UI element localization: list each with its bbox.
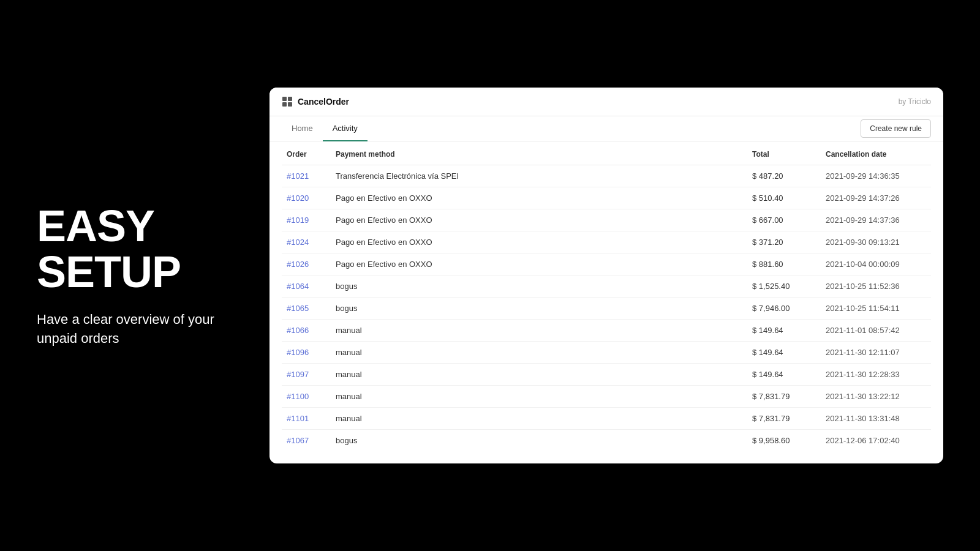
order-link[interactable]: #1100 (287, 392, 309, 401)
payment-method-cell: manual (331, 408, 747, 430)
date-cell: 2021-11-30 13:31:48 (821, 408, 931, 430)
payment-method-cell: Transferencia Electrónica vía SPEI (331, 165, 747, 187)
table-row: #1101manual$ 7,831.792021-11-30 13:31:48 (282, 408, 931, 430)
order-link[interactable]: #1097 (287, 370, 309, 379)
table-row: #1064bogus$ 1,525.402021-10-25 11:52:36 (282, 276, 931, 298)
order-link[interactable]: #1021 (287, 171, 309, 181)
total-cell: $ 7,831.79 (747, 408, 821, 430)
total-cell: $ 149.64 (747, 364, 821, 386)
payment-method-cell: manual (331, 364, 747, 386)
hero-subtitle: Have a clear overview of your unpaid ord… (37, 310, 221, 348)
date-cell: 2021-12-06 17:02:40 (821, 430, 931, 452)
create-rule-button[interactable]: Create new rule (861, 119, 931, 138)
payment-method-cell: manual (331, 386, 747, 408)
order-link[interactable]: #1066 (287, 326, 309, 335)
total-cell: $ 881.60 (747, 253, 821, 276)
total-cell: $ 487.20 (747, 165, 821, 187)
date-cell: 2021-10-25 11:54:11 (821, 298, 931, 320)
date-cell: 2021-10-04 00:00:09 (821, 253, 931, 276)
col-header-order: Order (282, 141, 331, 165)
table-row: #1024Pago en Efectivo en OXXO$ 371.20202… (282, 231, 931, 253)
payment-method-cell: manual (331, 320, 747, 342)
payment-method-cell: manual (331, 342, 747, 364)
app-header: CancelOrder by Triciclo (270, 88, 943, 116)
payment-method-cell: Pago en Efectivo en OXXO (331, 187, 747, 209)
total-cell: $ 149.64 (747, 320, 821, 342)
date-cell: 2021-11-30 13:22:12 (821, 386, 931, 408)
app-nav: Home Activity Create new rule (270, 116, 943, 141)
col-header-date: Cancellation date (821, 141, 931, 165)
payment-method-cell: bogus (331, 430, 747, 452)
order-link[interactable]: #1019 (287, 216, 309, 225)
app-window: CancelOrder by Triciclo Home Activity Cr… (270, 88, 943, 463)
date-cell: 2021-09-29 14:37:36 (821, 209, 931, 231)
order-link[interactable]: #1065 (287, 304, 309, 313)
date-cell: 2021-09-29 14:37:26 (821, 187, 931, 209)
left-panel: EASY SETUP Have a clear overview of your… (0, 167, 257, 385)
total-cell: $ 7,946.00 (747, 298, 821, 320)
payment-method-cell: bogus (331, 298, 747, 320)
payment-method-cell: Pago en Efectivo en OXXO (331, 231, 747, 253)
table-row: #1020Pago en Efectivo en OXXO$ 510.40202… (282, 187, 931, 209)
total-cell: $ 371.20 (747, 231, 821, 253)
app-icon (282, 96, 293, 107)
table-row: #1066manual$ 149.642021-11-01 08:57:42 (282, 320, 931, 342)
total-cell: $ 7,831.79 (747, 386, 821, 408)
app-brand: by Triciclo (899, 97, 931, 106)
col-header-total: Total (747, 141, 821, 165)
table-row: #1019Pago en Efectivo en OXXO$ 667.00202… (282, 209, 931, 231)
svg-rect-2 (282, 102, 287, 107)
date-cell: 2021-11-01 08:57:42 (821, 320, 931, 342)
hero-title: EASY SETUP (37, 203, 221, 296)
table-row: #1100manual$ 7,831.792021-11-30 13:22:12 (282, 386, 931, 408)
table-header: Order Payment method Total Cancellation … (282, 141, 931, 165)
total-cell: $ 667.00 (747, 209, 821, 231)
total-cell: $ 9,958.60 (747, 430, 821, 452)
app-header-left: CancelOrder (282, 96, 349, 107)
table-row: #1065bogus$ 7,946.002021-10-25 11:54:11 (282, 298, 931, 320)
order-link[interactable]: #1096 (287, 348, 309, 357)
svg-rect-0 (282, 97, 287, 101)
app-title: CancelOrder (298, 97, 349, 107)
payment-method-cell: Pago en Efectivo en OXXO (331, 209, 747, 231)
col-header-payment: Payment method (331, 141, 747, 165)
table-container: Order Payment method Total Cancellation … (270, 141, 943, 463)
date-cell: 2021-11-30 12:28:33 (821, 364, 931, 386)
table-row: #1097manual$ 149.642021-11-30 12:28:33 (282, 364, 931, 386)
total-cell: $ 149.64 (747, 342, 821, 364)
orders-table: Order Payment method Total Cancellation … (282, 141, 931, 451)
table-row: #1021Transferencia Electrónica vía SPEI$… (282, 165, 931, 187)
payment-method-cell: bogus (331, 276, 747, 298)
order-link[interactable]: #1020 (287, 193, 309, 203)
order-link[interactable]: #1101 (287, 414, 309, 423)
date-cell: 2021-11-30 12:11:07 (821, 342, 931, 364)
total-cell: $ 1,525.40 (747, 276, 821, 298)
svg-rect-1 (288, 97, 292, 101)
payment-method-cell: Pago en Efectivo en OXXO (331, 253, 747, 276)
date-cell: 2021-10-25 11:52:36 (821, 276, 931, 298)
order-link[interactable]: #1026 (287, 260, 309, 269)
tab-activity[interactable]: Activity (323, 116, 368, 141)
table-body: #1021Transferencia Electrónica vía SPEI$… (282, 165, 931, 452)
order-link[interactable]: #1024 (287, 238, 309, 247)
total-cell: $ 510.40 (747, 187, 821, 209)
date-cell: 2021-09-29 14:36:35 (821, 165, 931, 187)
table-row: #1026Pago en Efectivo en OXXO$ 881.60202… (282, 253, 931, 276)
svg-rect-3 (288, 102, 292, 107)
date-cell: 2021-09-30 09:13:21 (821, 231, 931, 253)
table-row: #1067bogus$ 9,958.602021-12-06 17:02:40 (282, 430, 931, 452)
order-link[interactable]: #1064 (287, 282, 309, 291)
order-link[interactable]: #1067 (287, 436, 309, 445)
table-row: #1096manual$ 149.642021-11-30 12:11:07 (282, 342, 931, 364)
nav-tabs: Home Activity (282, 116, 368, 141)
tab-home[interactable]: Home (282, 116, 323, 141)
